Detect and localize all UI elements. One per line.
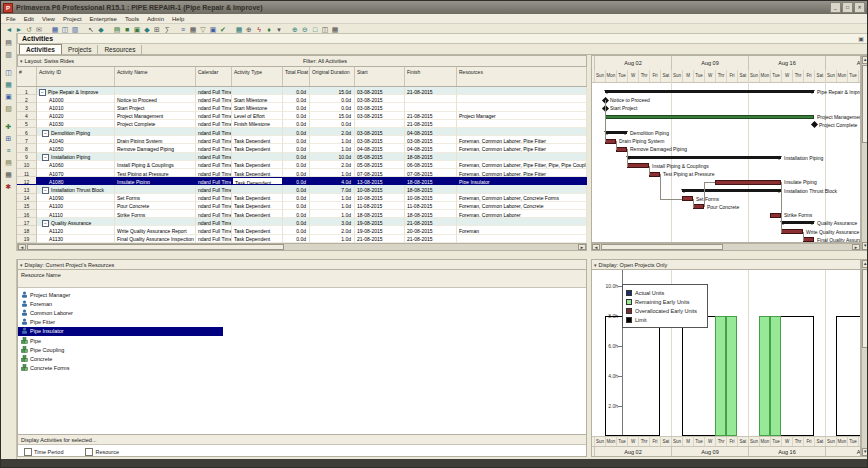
gantt-bar-task[interactable] [715, 180, 781, 185]
menu-help[interactable]: Help [172, 16, 184, 22]
add-icon[interactable]: ✚ [3, 121, 14, 132]
tab-activities[interactable]: Activities [19, 44, 62, 54]
column-header--[interactable]: # [17, 67, 37, 86]
resource-row[interactable]: Pipe Coupling [18, 345, 223, 354]
scroll-left-button[interactable]: ◄ [18, 244, 26, 250]
activity-type-cell[interactable]: Task Dependent [232, 177, 283, 185]
levels-icon[interactable]: ≡ [3, 145, 14, 156]
scroll-down-button[interactable]: ▼ [862, 242, 868, 250]
tab-projects[interactable]: Projects [62, 45, 98, 54]
menu-view[interactable]: View [42, 16, 55, 22]
resource-row[interactable]: Project Manager [18, 290, 223, 299]
table-row[interactable]: 3A1010Start Projectndard Full TimeStart … [17, 103, 587, 111]
table-row[interactable]: 7A1040Drain Piping Systemndard Full Time… [17, 136, 587, 144]
gantt-bar-task[interactable] [616, 147, 627, 152]
project-window-icon[interactable]: ◫ [3, 67, 14, 78]
collapse-caret-icon[interactable]: ▾ [594, 262, 597, 268]
table-row[interactable]: 18A1120Write Quality Assurance Reportnda… [17, 226, 587, 234]
scroll-left-button[interactable]: ◄ [592, 244, 600, 250]
report-window-icon[interactable]: ▣ [3, 91, 14, 102]
layers-icon[interactable]: ⊞ [3, 133, 14, 144]
resources-display-bar[interactable]: ▾ Display: Current Project's Resources [18, 260, 586, 270]
menu-edit[interactable]: Edit [24, 16, 34, 22]
checkbox-time-period[interactable]: Time Period [24, 448, 63, 456]
gantt-bar-task[interactable] [803, 237, 814, 242]
gantt-bar-task[interactable] [605, 139, 616, 144]
profile-vertical-scrollbar[interactable]: ▲▼ [861, 259, 868, 457]
table-row[interactable]: 15A1100Pour Concretendard Full TimeTask … [17, 202, 587, 210]
column-header-finish[interactable]: Finish [405, 67, 457, 86]
resource-row[interactable]: Concrete Forms [18, 364, 223, 373]
scroll-thumb[interactable] [27, 244, 284, 250]
layout-options-icon[interactable]: ▣ [858, 35, 864, 42]
column-header-total-float[interactable]: Total Float [283, 67, 310, 86]
table-row[interactable]: 16A1110Strike Formsndard Full TimeTask D… [17, 210, 587, 218]
table-row[interactable]: 13−Installation Thrust Blockndard Full T… [17, 185, 587, 193]
column-header-activity-id[interactable]: Activity ID [37, 67, 115, 86]
gantt-bar-task[interactable] [682, 196, 693, 201]
column-header-calendar[interactable]: Calendar [196, 67, 232, 86]
scroll-right-button[interactable]: ► [578, 244, 586, 250]
table-row[interactable]: 5A1030Project Completendard Full TimeFin… [17, 120, 587, 128]
gantt-bar-summary[interactable] [605, 90, 814, 93]
resource-row[interactable]: Foreman [18, 299, 223, 308]
gantt-bar-summary[interactable] [605, 131, 627, 134]
gantt-bar-task[interactable] [693, 204, 704, 209]
checkbox-resource[interactable]: Resource [85, 448, 119, 456]
gantt-bar-task[interactable] [627, 163, 649, 168]
menu-enterprise[interactable]: Enterprise [90, 16, 117, 22]
table-row[interactable]: 10A1060Install Piping & Couplingsndard F… [17, 161, 587, 169]
column-header-activity-type[interactable]: Activity Type [232, 67, 283, 86]
column-header-original-duration[interactable]: Original Duration [310, 67, 355, 86]
menu-tools[interactable]: Tools [125, 16, 139, 22]
gantt-bar-summary[interactable] [781, 221, 814, 224]
gantt-vertical-scrollbar[interactable]: ▲▼ [861, 55, 868, 251]
resource-window-icon[interactable]: ▦ [3, 79, 14, 90]
menu-file[interactable]: File [6, 16, 16, 22]
table-row[interactable]: 12A1080Insulate Pipingndard Full TimeTas… [17, 177, 587, 185]
table-row[interactable]: 11A1070Test Piping at Pressurendard Full… [17, 169, 587, 177]
close-button[interactable]: ✕ [854, 2, 865, 13]
horizontal-splitter[interactable] [1, 251, 868, 259]
layout-bar[interactable]: ▾ Layout: Swiss Rides Filter: All Activi… [17, 55, 587, 67]
column-header-start[interactable]: Start [355, 67, 405, 86]
gantt-milestone[interactable] [810, 121, 817, 128]
scroll-down-button[interactable]: ▼ [862, 448, 868, 456]
resource-row[interactable]: Pipe Fitter [18, 318, 223, 327]
table-row[interactable]: 2A1000Notice to Proceedndard Full TimeSt… [17, 95, 587, 103]
collapse-caret-icon[interactable]: ▾ [20, 58, 23, 64]
table-row[interactable]: 1−Pipe Repair & Improvendard Full Time0.… [17, 87, 587, 95]
tab-resources[interactable]: Resources [98, 45, 142, 54]
gantt-bar-task[interactable] [649, 172, 660, 177]
menu-project[interactable]: Project [63, 16, 82, 22]
scroll-thumb[interactable] [601, 244, 723, 250]
table-row[interactable]: 4A1020Project Managementndard Full TimeL… [17, 112, 587, 120]
gantt-bar-loe[interactable] [605, 115, 814, 119]
menu-admin[interactable]: Admin [147, 16, 164, 22]
gantt-bar-task[interactable] [770, 213, 781, 218]
resource-row[interactable]: Pipe Insulator [18, 327, 223, 336]
chart-icon[interactable]: ▧ [3, 103, 14, 114]
gantt-horizontal-scrollbar[interactable]: ◄► [591, 243, 861, 251]
gantt-bar-summary[interactable] [627, 156, 781, 159]
table-horizontal-scrollbar[interactable]: ◄► [17, 243, 587, 251]
scroll-thumb[interactable] [862, 65, 868, 143]
scroll-up-button[interactable]: ▲ [862, 260, 868, 268]
table-row[interactable]: 6−Demolition Pipingndard Full Time0.0d2.… [17, 128, 587, 136]
scroll-thumb[interactable] [862, 269, 868, 348]
table-row[interactable]: 19A1130Final Quality Assurance Inspectio… [17, 235, 587, 243]
resource-name-column-header[interactable]: Resource Name [18, 270, 586, 288]
collapse-caret-icon[interactable]: ▾ [20, 262, 23, 268]
preview-icon[interactable]: ▥ [3, 49, 14, 60]
column-header-activity-name[interactable]: Activity Name [115, 67, 196, 86]
checkbox-box[interactable] [24, 448, 32, 456]
resource-row[interactable]: Concrete [18, 354, 223, 363]
title-bar[interactable]: P Primavera P6 Professional R15.1 : PIPE… [1, 1, 867, 14]
maximize-button[interactable]: □ [842, 2, 853, 13]
table-row[interactable]: 8A1050Remove Damaged Pipingndard Full Ti… [17, 144, 587, 152]
table-row[interactable]: 17−Quality Assurancendard Full Time0.0d3… [17, 218, 587, 226]
scroll-up-button[interactable]: ▲ [862, 56, 868, 64]
grid-icon[interactable]: ▦ [3, 169, 14, 180]
resource-row[interactable]: Pipe [18, 336, 223, 345]
table-row[interactable]: 14A1090Set Formsndard Full TimeTask Depe… [17, 194, 587, 202]
